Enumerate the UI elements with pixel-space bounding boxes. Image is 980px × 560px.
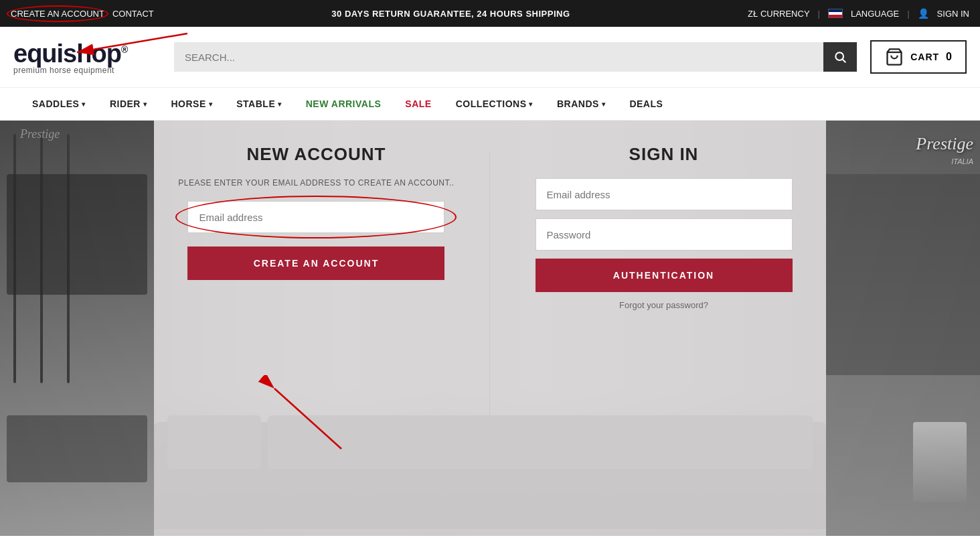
search-icon — [833, 50, 847, 64]
chevron-down-icon: ▾ — [602, 100, 606, 108]
top-bar-right: ZŁ CURRENCY | LANGUAGE | 👤 SIGN IN — [748, 8, 969, 19]
main-content: Prestige Prestige ITALIA NEW ACCOUNT PLE… — [0, 121, 980, 536]
header: equishop® premium horse equipment CART 0 — [0, 27, 980, 87]
nav-item-new-arrivals[interactable]: NEW ARRIVALS — [294, 87, 394, 121]
sign-in-email-input[interactable] — [536, 178, 793, 210]
nav-item-rider[interactable]: RIDER ▾ — [98, 87, 159, 121]
sign-in-link[interactable]: SIGN IN — [937, 9, 969, 19]
sign-in-title: SIGN IN — [629, 144, 699, 165]
cart-icon — [885, 48, 904, 66]
top-bar: CREATE AN ACCOUNT CONTACT 30 DAYS RETURN… — [0, 0, 980, 27]
svg-line-3 — [843, 60, 846, 63]
new-account-subtitle: PLEASE ENTER YOUR EMAIL ADDRESS TO CREAT… — [178, 178, 454, 188]
new-account-section: NEW ACCOUNT PLEASE ENTER YOUR EMAIL ADDR… — [165, 144, 468, 280]
new-account-title: NEW ACCOUNT — [247, 144, 386, 165]
logo-tagline: premium horse equipment — [13, 66, 161, 75]
sign-in-password-input[interactable] — [536, 218, 793, 251]
contact-link[interactable]: CONTACT — [112, 9, 154, 19]
left-bg: Prestige — [0, 121, 154, 536]
forgot-password-link[interactable]: Forgot your password? — [536, 300, 793, 310]
sign-in-inputs: AUTHENTICATION Forgot your password? — [536, 178, 793, 310]
chevron-down-icon: ▾ — [209, 100, 213, 108]
chevron-down-icon: ▾ — [82, 100, 86, 108]
nav-item-collections[interactable]: COLLECTIONS ▾ — [444, 87, 545, 121]
navigation: SADDLES ▾ RIDER ▾ HORSE ▾ STABLE ▾ NEW A… — [0, 87, 980, 121]
search-button[interactable] — [823, 42, 857, 72]
login-panel: NEW ACCOUNT PLEASE ENTER YOUR EMAIL ADDR… — [154, 121, 826, 536]
new-account-email-input[interactable] — [187, 201, 444, 233]
promo-banner: 30 DAYS RETURN GUARANTEE, 24 HOURS SHIPP… — [154, 9, 748, 19]
language-selector[interactable]: LANGUAGE — [851, 9, 899, 19]
create-account-wrapper: CREATE AN ACCOUNT — [11, 9, 104, 19]
chevron-down-icon: ▾ — [278, 100, 282, 108]
cart-label: CART — [910, 52, 939, 62]
nav-item-brands[interactable]: BRANDS ▾ — [545, 87, 617, 121]
flag-icon — [828, 9, 843, 18]
chevron-down-icon: ▾ — [143, 100, 147, 108]
user-icon: 👤 — [918, 8, 929, 19]
cart-area[interactable]: CART 0 — [870, 40, 967, 74]
svg-point-2 — [836, 52, 844, 60]
search-input[interactable] — [174, 42, 857, 72]
sign-in-section: SIGN IN AUTHENTICATION Forgot your passw… — [513, 144, 815, 310]
right-bg: Prestige ITALIA — [826, 121, 980, 536]
nav-item-deals[interactable]: DEALS — [617, 87, 675, 121]
create-account-button[interactable]: CREATE AN ACCOUNT — [187, 247, 444, 280]
logo-brand: equishop® — [13, 40, 161, 68]
nav-item-horse[interactable]: HORSE ▾ — [159, 87, 224, 121]
cart-count: 0 — [946, 51, 952, 63]
authentication-button[interactable]: AUTHENTICATION — [536, 259, 793, 292]
email-input-wrapper — [187, 201, 444, 233]
currency-selector[interactable]: ZŁ CURRENCY — [748, 9, 809, 19]
search-bar — [174, 42, 857, 72]
chevron-down-icon: ▾ — [529, 100, 533, 108]
divider — [489, 151, 490, 464]
logo: equishop® premium horse equipment — [13, 40, 161, 75]
create-account-link[interactable]: CREATE AN ACCOUNT — [11, 9, 104, 19]
top-bar-left: CREATE AN ACCOUNT CONTACT — [11, 9, 154, 19]
nav-item-sale[interactable]: SALE — [393, 87, 443, 121]
nav-item-stable[interactable]: STABLE ▾ — [224, 87, 293, 121]
nav-item-saddles[interactable]: SADDLES ▾ — [20, 87, 98, 121]
